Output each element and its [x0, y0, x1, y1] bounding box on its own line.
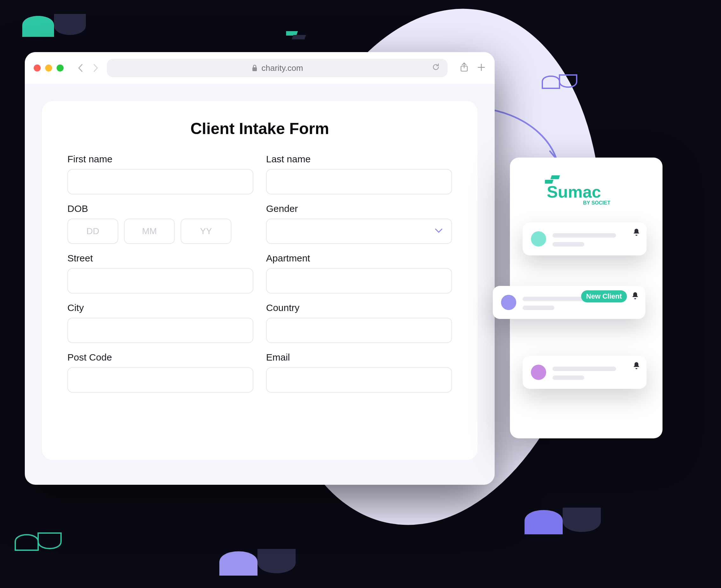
decorative-shape	[286, 28, 312, 41]
intake-form-card: Client Intake Form First name Last name …	[42, 101, 478, 460]
decorative-shape	[13, 527, 64, 556]
maximize-window-icon[interactable]	[57, 64, 64, 71]
avatar	[501, 295, 516, 310]
url-text: charity.com	[262, 63, 303, 73]
dob-month-input[interactable]	[124, 218, 175, 244]
lock-icon	[252, 64, 258, 72]
form-title: Client Intake Form	[67, 120, 452, 138]
browser-titlebar: charity.com	[25, 52, 495, 84]
country-input[interactable]	[266, 318, 452, 343]
bell-icon	[632, 292, 639, 301]
first-name-label: First name	[67, 154, 253, 165]
minimize-window-icon[interactable]	[45, 64, 52, 71]
postcode-label: Post Code	[67, 352, 253, 363]
street-label: Street	[67, 253, 253, 264]
email-input[interactable]	[266, 367, 452, 393]
city-input[interactable]	[67, 318, 253, 343]
bell-icon	[633, 228, 640, 238]
first-name-input[interactable]	[67, 169, 253, 194]
new-tab-icon[interactable]	[477, 63, 486, 73]
sumac-panel: Sumac BY SOCIET N	[510, 158, 662, 438]
share-icon[interactable]	[460, 62, 468, 74]
postcode-input[interactable]	[67, 367, 253, 393]
dob-label: DOB	[67, 203, 253, 214]
sumac-logo: Sumac BY SOCIET	[519, 170, 653, 216]
new-client-badge: New Client	[581, 290, 627, 302]
street-input[interactable]	[67, 268, 253, 294]
last-name-input[interactable]	[266, 169, 452, 194]
bell-icon	[633, 361, 640, 371]
apartment-input[interactable]	[266, 268, 452, 294]
svg-rect-2	[253, 67, 257, 71]
decorative-shape	[19, 6, 89, 44]
city-label: City	[67, 302, 253, 313]
country-label: Country	[266, 302, 452, 313]
notification-card[interactable]	[523, 356, 647, 389]
last-name-label: Last name	[266, 154, 452, 165]
avatar	[531, 231, 546, 247]
placeholder-line	[553, 366, 616, 371]
svg-rect-0	[286, 31, 298, 36]
address-bar[interactable]: charity.com	[107, 59, 447, 77]
gender-label: Gender	[266, 203, 452, 214]
placeholder-line	[553, 376, 584, 380]
close-window-icon[interactable]	[34, 64, 41, 71]
svg-rect-1	[292, 35, 306, 39]
decorative-shape	[216, 540, 299, 585]
decorative-shape	[521, 499, 604, 543]
email-label: Email	[266, 352, 452, 363]
window-controls	[34, 64, 64, 71]
gender-select[interactable]	[266, 218, 452, 244]
forward-button[interactable]	[89, 62, 101, 74]
placeholder-line	[523, 306, 555, 310]
dob-day-input[interactable]	[67, 218, 118, 244]
logo-text: Sumac	[547, 183, 601, 201]
dob-year-input[interactable]	[181, 218, 232, 244]
back-button[interactable]	[75, 62, 86, 74]
decorative-shape	[540, 70, 579, 93]
avatar	[531, 365, 546, 380]
logo-subtext: BY SOCIET	[583, 200, 610, 206]
notification-card-new-client[interactable]: New Client	[493, 286, 645, 319]
apartment-label: Apartment	[266, 253, 452, 264]
placeholder-line	[553, 242, 584, 247]
chevron-down-icon	[434, 228, 443, 235]
placeholder-line	[553, 233, 616, 238]
notification-card[interactable]	[523, 223, 647, 255]
refresh-icon[interactable]	[432, 63, 440, 74]
browser-window: charity.com Client Intake Form Fir	[25, 52, 495, 485]
